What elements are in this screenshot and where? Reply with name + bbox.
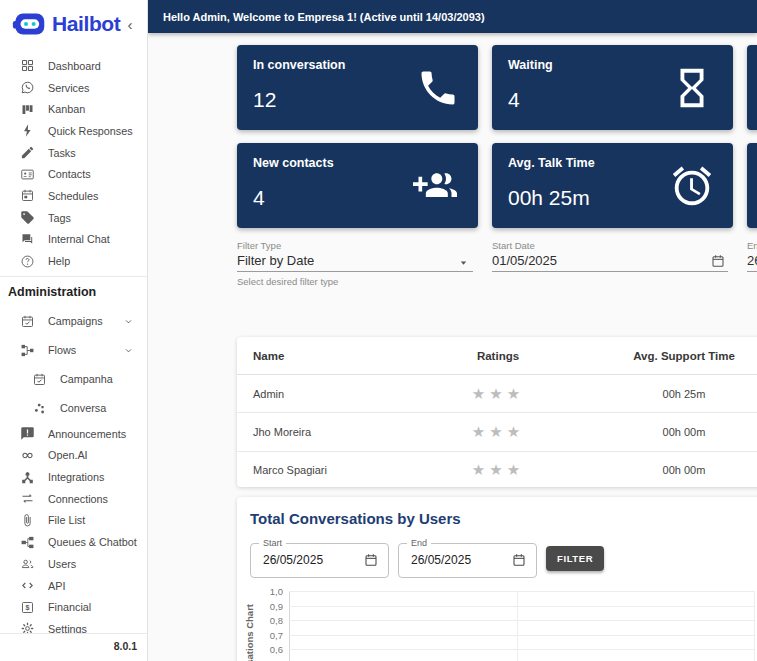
rating-stars: ★★★ — [472, 461, 524, 479]
topbar-user: Admin — [193, 11, 227, 23]
chart-ytick-label: 0,8 — [237, 615, 283, 626]
column-header-name: Name — [237, 350, 423, 362]
topbar-mid: , Welcome to — [227, 11, 298, 23]
sidebar-item-dashboard[interactable]: Dashboard — [0, 55, 147, 77]
sidebar-item-api[interactable]: API — [0, 575, 147, 597]
chart-horizontal-gridline — [289, 649, 755, 650]
cell-name: Admin — [237, 388, 423, 400]
sidebar-item-announcements[interactable]: Announcements — [0, 423, 147, 445]
sidebar-item-label: Users — [48, 558, 76, 570]
input-underline — [747, 271, 757, 272]
stat-card-partial — [747, 143, 757, 228]
dropdown-caret-icon[interactable] — [457, 256, 470, 269]
sidebar-collapse-button[interactable]: ‹ — [127, 17, 132, 32]
agents-table-card: Name Ratings Avg. Support Time Admin★★★0… — [237, 337, 757, 487]
sidebar-item-quick-responses[interactable]: Quick Responses — [0, 120, 147, 142]
topbar-greeting: Hello Admin, Welcome to Empresa 1! (Acti… — [163, 11, 485, 23]
sidebar-item-open-ai[interactable]: Open.AI — [0, 445, 147, 467]
sidebar-item-campanha[interactable]: Campanha — [0, 365, 147, 394]
sidebar-admin-menu: CampaignsFlowsCampanhaConversaAnnounceme… — [0, 307, 147, 640]
stat-card-avg-talk-time: Avg. Talk Time00h 25m — [492, 143, 733, 228]
sidebar-item-users[interactable]: Users — [0, 553, 147, 575]
help-icon — [20, 254, 35, 269]
version-row: 8.0.1 — [0, 633, 147, 661]
sidebar-item-label: Services — [48, 82, 89, 94]
app-root: Hailbot ‹ DashboardServicesKanbanQuick R… — [0, 0, 757, 661]
tree-icon — [20, 535, 35, 550]
sidebar-item-file-list[interactable]: File List — [0, 510, 147, 532]
sidebar-item-help[interactable]: Help — [0, 250, 147, 272]
sidebar-item-label: Open.AI — [48, 449, 88, 461]
dashboard-icon — [20, 58, 35, 73]
kanban-icon — [20, 102, 35, 117]
calendar-icon[interactable] — [511, 552, 527, 568]
sidebar-item-flows[interactable]: Flows — [0, 336, 147, 365]
paperclip-icon — [20, 513, 35, 528]
conv-start-input[interactable]: 26/05/2025 — [263, 553, 323, 567]
whatsapp-icon — [20, 80, 35, 95]
sidebar-item-kanban[interactable]: Kanban — [0, 98, 147, 120]
sidebar: Hailbot ‹ DashboardServicesKanbanQuick R… — [0, 0, 148, 661]
sidebar-item-label: Internal Chat — [48, 233, 110, 245]
sidebar-item-financial[interactable]: $Financial — [0, 596, 147, 618]
conv-start-label: Start — [259, 538, 286, 548]
calendar-icon[interactable] — [710, 253, 726, 269]
sidebar-item-integrations[interactable]: Integrations — [0, 466, 147, 488]
sidebar-item-campaigns[interactable]: Campaigns — [0, 307, 147, 336]
stat-card-title: Waiting — [508, 58, 553, 72]
calendar-icon[interactable] — [363, 552, 379, 568]
stat-card-waiting: Waiting4 — [492, 45, 733, 130]
chart-horizontal-gridline — [289, 591, 755, 592]
sidebar-item-label: Campaigns — [48, 315, 103, 327]
end-date-input[interactable]: 26/05/2025 — [747, 253, 757, 268]
sidebar-item-schedules[interactable]: Schedules — [0, 185, 147, 207]
end-date-label: End Date — [747, 240, 757, 251]
input-underline — [237, 271, 473, 272]
topbar-company: Empresa 1 — [297, 11, 353, 23]
rating-stars: ★★★ — [472, 423, 524, 441]
conv-end-input[interactable]: 26/05/2025 — [411, 553, 471, 567]
code-icon — [20, 578, 35, 593]
sidebar-item-label: Kanban — [48, 103, 85, 115]
flow-icon — [20, 343, 35, 358]
start-date-input[interactable]: 01/05/2025 — [492, 253, 557, 268]
chart-y-axis-line — [289, 591, 290, 661]
filter-type-select[interactable]: Filter by Date — [237, 253, 314, 268]
person-add-icon — [410, 164, 460, 208]
conv-end-date-field[interactable]: End 26/05/2025 — [398, 543, 537, 578]
svg-text:$: $ — [26, 604, 30, 612]
sidebar-item-label: Contacts — [48, 168, 91, 180]
sidebar-item-label: Tags — [48, 212, 71, 224]
sidebar-item-conversa[interactable]: Conversa — [0, 394, 147, 423]
sidebar-item-tasks[interactable]: Tasks — [0, 142, 147, 164]
cell-avg-support-time: 00h 00m — [573, 464, 757, 476]
sidebar-item-internal-chat[interactable]: Internal Chat — [0, 229, 147, 251]
stat-card-title: New contacts — [253, 156, 334, 170]
stat-card-new-contacts: New contacts4 — [237, 143, 478, 228]
sidebar-item-queues-chatbot[interactable]: Queues & Chatbot — [0, 531, 147, 553]
sidebar-item-label: File List — [48, 514, 85, 526]
stat-card-value: 12 — [253, 88, 276, 112]
hailbot-logo-icon — [12, 10, 46, 38]
column-header-avg-support-time: Avg. Support Time — [573, 350, 757, 362]
sidebar-item-tags[interactable]: Tags — [0, 207, 147, 229]
sidebar-main-menu: DashboardServicesKanbanQuick ResponsesTa… — [0, 55, 147, 272]
sidebar-item-services[interactable]: Services — [0, 77, 147, 99]
sidebar-item-label: Dashboard — [48, 60, 101, 72]
sidebar-item-connections[interactable]: Connections — [0, 488, 147, 510]
filter-button[interactable]: FILTER — [546, 546, 604, 571]
sidebar-item-label: Announcements — [48, 428, 126, 440]
conv-start-date-field[interactable]: Start 26/05/2025 — [250, 543, 389, 578]
sidebar-item-label: Flows — [48, 344, 76, 356]
app-version: 8.0.1 — [0, 634, 147, 661]
infinity-icon — [20, 448, 35, 463]
chevron-down-icon — [123, 345, 134, 356]
sidebar-item-contacts[interactable]: Contacts — [0, 163, 147, 185]
rating-stars: ★★★ — [472, 385, 524, 403]
table-row: Jho Moreira★★★00h 00m — [237, 413, 757, 451]
contact-card-icon — [20, 167, 35, 182]
hub-icon — [20, 470, 35, 485]
filter-type-label: Filter Type — [237, 240, 281, 251]
cell-name: Jho Moreira — [237, 426, 423, 438]
topbar: Hello Admin, Welcome to Empresa 1! (Acti… — [148, 0, 757, 33]
